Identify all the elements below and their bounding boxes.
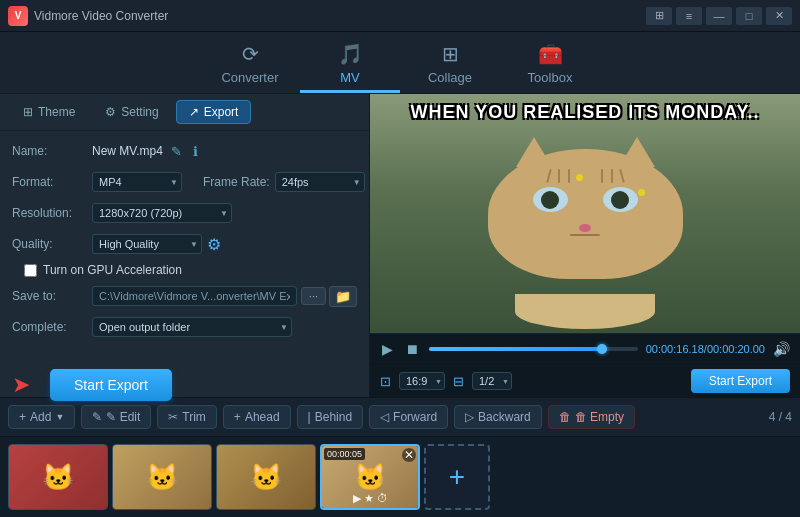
menu1-button[interactable]: ⊞ <box>646 7 672 25</box>
edit-name-button[interactable]: ✎ <box>168 143 185 160</box>
open-folder-button[interactable]: 📁 <box>329 286 357 307</box>
main-content: ⊞ Theme ⚙ Setting ↗ Export Name: New MV.… <box>0 94 800 397</box>
quality-value-group: High Quality ⚙ <box>92 234 357 254</box>
menu2-button[interactable]: ≡ <box>676 7 702 25</box>
marker-dot-1 <box>576 174 583 181</box>
backward-button[interactable]: ▷ Backward <box>454 405 542 429</box>
tab-converter[interactable]: ⟳ Converter <box>200 37 300 93</box>
timeline: 🐱 🐱 🐱 🐱 00:00:05 ▶ ★ ⏱ ✕ + <box>0 437 800 517</box>
mv-icon: 🎵 <box>338 42 363 66</box>
browse-dots-button[interactable]: ··· <box>301 287 326 305</box>
cat-ear-right <box>619 137 655 167</box>
start-export-right-button[interactable]: Start Export <box>691 369 790 393</box>
cat-illustration <box>370 129 800 294</box>
video-preview: WHEN YOU REALISED ITS MONDAY.. <box>370 94 800 333</box>
quality-select[interactable]: High Quality <box>92 234 202 254</box>
page-select-wrap: 1/2 2/2 <box>472 372 512 390</box>
play-button[interactable]: ▶ <box>380 339 395 359</box>
format-value-group: MP4 Frame Rate: 24fps <box>92 172 357 192</box>
thumb-content-2: 🐱 <box>113 445 211 509</box>
cat-chest <box>370 294 800 329</box>
add-button[interactable]: + Add ▼ <box>8 405 75 429</box>
tab-collage[interactable]: ⊞ Collage <box>400 37 500 93</box>
sub-tab-setting[interactable]: ⚙ Setting <box>92 100 171 124</box>
forward-button[interactable]: ◁ Forward <box>369 405 448 429</box>
saveto-row: Save to: ··· 📁 <box>12 284 357 308</box>
meme-text: WHEN YOU REALISED ITS MONDAY.. <box>370 102 800 123</box>
cat-eye-right <box>603 187 638 212</box>
collage-icon: ⊞ <box>442 42 459 66</box>
forward-icon: ◁ <box>380 410 389 424</box>
add-label: Add <box>30 410 51 424</box>
clip-star-icon: ★ <box>364 492 374 505</box>
clip-close-button[interactable]: ✕ <box>402 448 416 462</box>
edit-button[interactable]: ✎ ✎ Edit <box>81 405 151 429</box>
add-icon: + <box>19 410 26 424</box>
sub-tab-setting-label: Setting <box>121 105 158 119</box>
gpu-label: Turn on GPU Acceleration <box>43 263 182 277</box>
complete-select[interactable]: Open output folder <box>92 317 292 337</box>
trash-icon: 🗑 <box>559 410 571 424</box>
quality-settings-icon[interactable]: ⚙ <box>207 235 221 254</box>
aspect-ratio-select[interactable]: 16:9 4:3 1:1 <box>399 372 445 390</box>
cat-head <box>488 149 683 279</box>
sub-tab-theme[interactable]: ⊞ Theme <box>10 100 88 124</box>
minimize-button[interactable]: — <box>706 7 732 25</box>
sub-tab-theme-label: Theme <box>38 105 75 119</box>
add-clip-button[interactable]: + <box>424 444 490 510</box>
saveto-input[interactable] <box>92 286 297 306</box>
saveto-label: Save to: <box>12 289 92 303</box>
tab-toolbox-label: Toolbox <box>528 70 573 85</box>
edit-label: ✎ Edit <box>106 410 140 424</box>
backward-label: Backward <box>478 410 531 424</box>
resolution-row: Resolution: 1280x720 (720p) <box>12 201 357 225</box>
title-bar-controls: ⊞ ≡ — □ ✕ <box>646 7 792 25</box>
progress-handle[interactable] <box>597 344 607 354</box>
frame-rate-select-wrap: 24fps <box>275 172 365 192</box>
quality-label: Quality: <box>12 237 92 251</box>
sub-tab-export[interactable]: ↗ Export <box>176 100 252 124</box>
stop-button[interactable]: ⏹ <box>403 339 421 359</box>
tab-mv[interactable]: 🎵 MV <box>300 37 400 93</box>
resolution-select[interactable]: 1280x720 (720p) <box>92 203 232 223</box>
timeline-clip-3[interactable]: 🐱 <box>216 444 316 510</box>
ahead-label: Ahead <box>245 410 280 424</box>
form-area: Name: New MV.mp4 ✎ ℹ Format: MP4 Frame R… <box>0 131 369 354</box>
volume-button[interactable]: 🔊 <box>773 341 790 357</box>
format-select-wrap: MP4 <box>92 172 182 192</box>
title-bar: V Vidmore Video Converter ⊞ ≡ — □ ✕ <box>0 0 800 32</box>
resolution-label: Resolution: <box>12 206 92 220</box>
start-export-button[interactable]: Start Export <box>50 369 172 401</box>
format-select[interactable]: MP4 <box>92 172 182 192</box>
ahead-icon: + <box>234 410 241 424</box>
behind-label: Behind <box>315 410 352 424</box>
info-button[interactable]: ℹ <box>190 143 201 160</box>
close-button[interactable]: ✕ <box>766 7 792 25</box>
export-icon: ↗ <box>189 105 199 119</box>
empty-button[interactable]: 🗑 🗑 Empty <box>548 405 635 429</box>
tab-mv-label: MV <box>340 70 360 85</box>
sub-tab-export-label: Export <box>204 105 239 119</box>
timeline-clip-2[interactable]: 🐱 <box>112 444 212 510</box>
progress-bar[interactable] <box>429 347 638 351</box>
tab-collage-label: Collage <box>428 70 472 85</box>
timeline-clip-4[interactable]: 🐱 00:00:05 ▶ ★ ⏱ ✕ <box>320 444 420 510</box>
player-controls: ▶ ⏹ 00:00:16.18/00:00:20.00 🔊 <box>370 333 800 364</box>
behind-button[interactable]: | Behind <box>297 405 364 429</box>
forward-label: Forward <box>393 410 437 424</box>
ahead-button[interactable]: + Ahead <box>223 405 291 429</box>
trim-button[interactable]: ✂ Trim <box>157 405 217 429</box>
video-content: WHEN YOU REALISED ITS MONDAY.. <box>370 94 800 333</box>
cat-ear-left <box>516 137 552 167</box>
frame-rate-select[interactable]: 24fps <box>275 172 365 192</box>
converter-icon: ⟳ <box>242 42 259 66</box>
clip-time-badge: 00:00:05 <box>324 448 365 460</box>
trim-icon: ✂ <box>168 410 178 424</box>
maximize-button[interactable]: □ <box>736 7 762 25</box>
tab-toolbox[interactable]: 🧰 Toolbox <box>500 37 600 93</box>
timeline-clip-1[interactable]: 🐱 <box>8 444 108 510</box>
cat-eye-left <box>533 187 568 212</box>
page-select[interactable]: 1/2 2/2 <box>472 372 512 390</box>
gpu-checkbox[interactable] <box>24 264 37 277</box>
marker-dot-2 <box>638 189 645 196</box>
